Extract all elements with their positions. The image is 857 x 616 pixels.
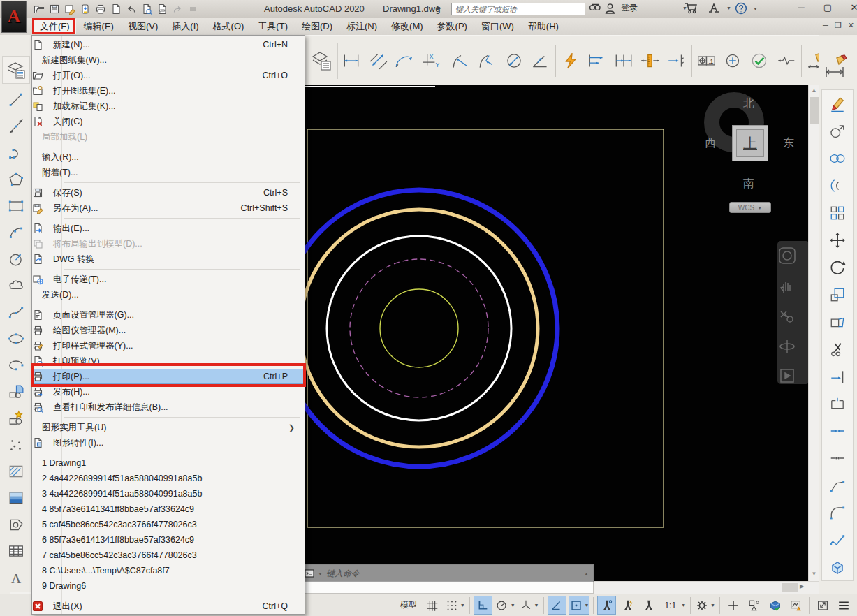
app-store-cart-icon[interactable] <box>684 2 698 14</box>
viewcube-west-label[interactable]: 西 <box>705 136 716 151</box>
hatch-button[interactable] <box>0 458 31 485</box>
minimize-button[interactable]: ─ <box>793 2 810 13</box>
fillet-button[interactable] <box>822 499 853 526</box>
copy-button[interactable] <box>822 117 853 145</box>
menu-视图(V)[interactable]: 视图(V) <box>122 19 164 34</box>
circle-wheat[interactable] <box>300 210 538 447</box>
trim-button[interactable] <box>822 335 853 362</box>
blend-button[interactable] <box>822 526 853 553</box>
explode-button[interactable] <box>822 553 853 580</box>
statusbar-snap-button[interactable]: ▼ <box>444 596 466 615</box>
array-button[interactable] <box>822 199 853 226</box>
navigation-bar[interactable] <box>777 241 810 384</box>
dim-linear-button[interactable] <box>338 43 365 78</box>
line-button[interactable] <box>0 87 31 113</box>
file-menu-item[interactable]: 8 C:\Users\...\Temp\A$C87cfa8f7 <box>32 563 305 578</box>
qa-attach-clip-button[interactable] <box>156 3 168 15</box>
offset-button[interactable] <box>822 172 853 199</box>
statusbar-graphics-performance-button[interactable] <box>766 596 784 615</box>
menu-编辑(E)[interactable]: 编辑(E) <box>78 19 120 34</box>
orbit-icon[interactable] <box>777 337 797 355</box>
menu-绘图(D)[interactable]: 绘图(D) <box>295 19 339 34</box>
statusbar-workspace-button[interactable]: ▼ <box>694 596 716 615</box>
layers-panel-button[interactable] <box>2 56 30 84</box>
statusbar-isodraft-button[interactable]: ▼ <box>518 596 540 615</box>
menu-窗口(W)[interactable]: 窗口(W) <box>475 19 520 34</box>
spline-button[interactable] <box>0 299 31 325</box>
join-button[interactable] <box>822 444 853 471</box>
table-button[interactable] <box>0 538 31 564</box>
file-menu-item[interactable]: 将布局输出到模型(D)... <box>32 236 305 251</box>
statusbar-customization-plus-button[interactable] <box>724 596 742 615</box>
pline-button[interactable] <box>0 140 31 166</box>
stretch-button[interactable] <box>822 308 853 335</box>
file-menu-item[interactable]: 输入(R)... <box>32 149 305 165</box>
statusbar-otrack-button[interactable] <box>548 596 566 615</box>
file-menu-item[interactable]: 保存(S)Ctrl+S <box>32 185 305 200</box>
xline-button[interactable] <box>0 113 31 140</box>
statusbar-hardware-acceleration-button[interactable] <box>786 596 805 615</box>
signin-button[interactable]: 登录 ▼ <box>605 2 687 14</box>
file-menu-item[interactable]: 电子传递(T)... <box>32 272 305 287</box>
chamfer-button[interactable] <box>822 471 853 499</box>
menu-标注(N)[interactable]: 标注(N) <box>340 19 383 34</box>
menu-帮助(H)[interactable]: 帮助(H) <box>522 19 565 34</box>
statusbar-annotation-visibility-button[interactable] <box>597 596 616 615</box>
statusbar-polar-button[interactable]: ▼ <box>495 596 516 615</box>
statusbar-clean-screen-button[interactable] <box>813 596 832 615</box>
circle-yellow-green[interactable] <box>380 289 458 367</box>
statusbar-osnap-dropdown-icon[interactable]: ▼ <box>585 603 589 608</box>
file-menu-item[interactable]: 退出(X)Ctrl+Q <box>32 599 305 614</box>
statusbar-workspace-dropdown-icon[interactable]: ▼ <box>710 603 715 608</box>
file-menu-item[interactable]: 新建图纸集(W)... <box>32 52 305 68</box>
file-menu-item[interactable]: 打开(O)...Ctrl+O <box>32 68 305 83</box>
tolerance-button[interactable]: .1 <box>694 43 720 78</box>
file-menu-item[interactable]: 6 85f7a3e6141341ff8bbae57af33624c9 <box>32 532 305 548</box>
file-menu-item[interactable]: 关闭(C) <box>32 114 305 129</box>
dim-check-button[interactable] <box>747 43 773 78</box>
file-menu-item[interactable]: 输出(E)... <box>32 221 305 236</box>
revcloud-button[interactable] <box>0 272 31 299</box>
statusbar-model-button[interactable]: 模型 <box>396 596 421 615</box>
viewcube-east-label[interactable]: 东 <box>783 136 794 151</box>
circle-white[interactable] <box>327 236 511 420</box>
pan-hand-icon[interactable] <box>777 277 797 295</box>
ellipse-arc-button[interactable] <box>0 352 31 379</box>
command-dropdown-icon[interactable]: ▼ <box>318 571 323 576</box>
command-line-window[interactable]: ▼ 键入命令 ▲ <box>300 564 594 594</box>
menu-工具(T)[interactable]: 工具(T) <box>251 19 294 34</box>
file-menu-item[interactable]: 新建(N)...Ctrl+N <box>32 37 305 52</box>
file-menu-item[interactable]: 7 caf45be86cc542c3ac3766f4778026c3 <box>32 548 305 563</box>
ellipse-button[interactable] <box>0 325 31 352</box>
file-menu-item[interactable]: 另存为(A)...Ctrl+Shift+S <box>32 200 305 216</box>
file-menu-item[interactable]: 加载标记集(K)... <box>32 98 305 114</box>
file-menu-item[interactable]: 图形特性(I)... <box>32 435 305 450</box>
make-block-button[interactable] <box>0 405 31 432</box>
close-button[interactable]: ✕ <box>846 2 857 13</box>
circle-outer-blue[interactable] <box>281 190 557 467</box>
qa-save-button[interactable] <box>49 3 60 15</box>
dim-edit-icon[interactable] <box>824 54 848 78</box>
scale-button[interactable] <box>822 281 853 308</box>
autodesk-share-icon[interactable]: ▼ <box>707 2 731 14</box>
file-menu-item[interactable]: 附着(T)... <box>32 165 305 180</box>
dim-angular2-button[interactable] <box>474 43 501 78</box>
menu-插入(I)[interactable]: 插入(I) <box>166 19 205 34</box>
showmotion-icon[interactable] <box>777 367 797 384</box>
break-at-point-button[interactable] <box>822 390 853 417</box>
dim-break-button[interactable] <box>664 43 690 78</box>
zoom-icon[interactable] <box>777 307 797 325</box>
file-menu-item[interactable]: DWG 转换 <box>32 251 305 267</box>
file-menu-item[interactable]: 发送(D)... <box>32 287 305 302</box>
file-menu-item[interactable]: 绘图仪管理器(M)... <box>32 323 305 338</box>
autocad-logo-icon[interactable]: A <box>1 1 27 33</box>
menu-修改(M)[interactable]: 修改(M) <box>385 19 430 34</box>
doc-close-button[interactable]: ✕ <box>848 21 854 30</box>
dim-ordinate-button[interactable]: XY <box>418 43 444 78</box>
dim-continue-button[interactable] <box>610 43 637 78</box>
file-menu-item[interactable]: 1 Drawing1 <box>32 455 305 471</box>
help-icon[interactable]: ▼ <box>735 2 758 15</box>
horizontal-scroll-thumb[interactable] <box>782 583 798 592</box>
qa-plot-printer-button[interactable] <box>95 3 106 15</box>
statusbar-annotation-autoscale-button[interactable] <box>618 596 637 615</box>
